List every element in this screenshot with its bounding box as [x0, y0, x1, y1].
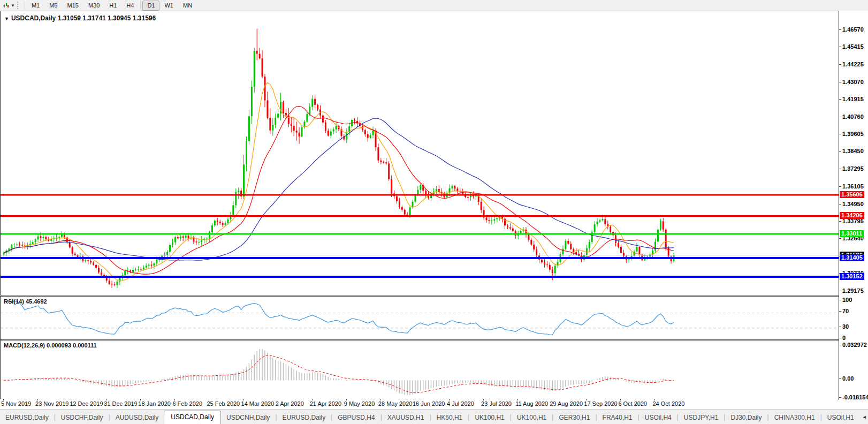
- candle: [481, 202, 482, 210]
- collapse-triangle-icon[interactable]: ▼: [4, 16, 9, 21]
- candle: [87, 260, 89, 261]
- symbol-tab-audusd-daily[interactable]: AUDUSD,Daily: [110, 412, 164, 423]
- candle: [330, 132, 332, 136]
- candle: [111, 284, 113, 284]
- date-label: 25 Feb 2020: [207, 400, 240, 407]
- trading-terminal-window: ▼ M1M5M15M30H1H4D1W1MN ▼USDCAD,Daily 1.3…: [0, 0, 868, 424]
- candle: [138, 269, 139, 270]
- symbol-tab-xauusd-h1[interactable]: XAUUSD,H1: [382, 412, 430, 423]
- chart-tool-caret-icon[interactable]: ▼: [11, 3, 15, 8]
- macd-signal-line: [4, 355, 674, 393]
- timeframe-button-h1[interactable]: H1: [104, 1, 121, 11]
- candle: [309, 107, 310, 114]
- date-label: 24 Oct 2020: [652, 400, 684, 407]
- candle: [391, 179, 392, 194]
- candle: [311, 99, 313, 107]
- timeframe-button-mn[interactable]: MN: [178, 1, 197, 11]
- timeframe-button-h4[interactable]: H4: [121, 1, 139, 11]
- timeframe-button-m5[interactable]: M5: [44, 1, 62, 11]
- symbol-tab-china300-h1[interactable]: CHINA300,H1: [769, 412, 820, 423]
- symbol-tab-ger30-h1[interactable]: GER30,H1: [553, 412, 595, 423]
- candle: [251, 87, 253, 116]
- symbol-tab-usdcnh-daily[interactable]: USDCNH,Daily: [221, 412, 275, 423]
- candle: [232, 205, 234, 215]
- candle: [528, 234, 529, 240]
- candle: [124, 271, 126, 275]
- date-label: 28 May 2020: [378, 400, 413, 407]
- candle: [222, 223, 224, 225]
- candle: [243, 164, 245, 196]
- symbol-tab-eurusd-daily[interactable]: EURUSD,Daily: [277, 412, 331, 423]
- candle: [380, 161, 382, 162]
- candle: [383, 162, 384, 163]
- timeframe-button-d1[interactable]: D1: [142, 1, 159, 11]
- candlestick-chart-canvas[interactable]: [1, 11, 839, 295]
- candle: [166, 252, 168, 255]
- candle: [333, 130, 334, 132]
- date-axis[interactable]: 5 Nov 201923 Nov 201912 Dec 201931 Dec 2…: [0, 399, 839, 409]
- symbol-tab-uk100-h1[interactable]: UK100,H1: [512, 412, 552, 423]
- rsi-indicator-label: RSI(14) 45.4692: [4, 298, 47, 305]
- candle: [414, 195, 416, 202]
- price-axis[interactable]: 1.465701.454151.442251.430701.419151.407…: [839, 11, 868, 399]
- candle: [185, 236, 187, 238]
- candle: [546, 264, 548, 265]
- candle: [362, 126, 363, 130]
- tab-scroll-left-icon[interactable]: ◄: [862, 414, 867, 420]
- symbol-tab-usoil-h1[interactable]: USOil,H1: [822, 412, 858, 423]
- candle: [293, 126, 295, 131]
- candle: [140, 269, 142, 270]
- price-badge-1.30152: 1.30152: [840, 273, 864, 280]
- macd-indicator-label: MACD(12,26,9) 0.000093 0.000111: [4, 342, 97, 349]
- symbol-tab-fra40-h1[interactable]: FRA40,H1: [597, 412, 638, 423]
- toolbar-drag-handle[interactable]: [17, 2, 21, 9]
- ma-50-line: [4, 118, 674, 260]
- candle: [116, 282, 118, 285]
- symbol-tab-eurusd-daily[interactable]: EURUSD,Daily: [0, 412, 54, 423]
- candle: [214, 221, 216, 225]
- candle: [235, 192, 237, 206]
- candle: [45, 237, 47, 239]
- symbol-tab-hk50-h1[interactable]: HK50,H1: [431, 412, 468, 423]
- main-chart-pane[interactable]: ▼USDCAD,Daily 1.31059 1.31741 1.30945 1.…: [0, 11, 839, 295]
- candle: [404, 210, 406, 215]
- candle: [451, 186, 453, 188]
- toolbar-separator: [25, 1, 25, 10]
- rsi-line: [6, 301, 674, 335]
- symbol-tab-gbpusd-h4[interactable]: GBPUSD,H4: [332, 412, 380, 423]
- date-label: 6 Feb 2020: [172, 400, 202, 407]
- timeframe-button-m1[interactable]: M1: [27, 1, 44, 11]
- candle: [454, 186, 455, 188]
- symbol-tab-usdcad-daily[interactable]: USDCAD,Daily: [164, 411, 221, 424]
- chart-cursor-tool-icon[interactable]: ▼: [2, 2, 15, 9]
- symbol-tab-usoil-h4[interactable]: USOil,H4: [639, 412, 677, 423]
- candle: [153, 263, 155, 266]
- timeframe-button-w1[interactable]: W1: [159, 1, 178, 11]
- candle: [638, 247, 640, 254]
- candle: [562, 249, 564, 254]
- candle: [372, 131, 374, 135]
- date-label: 29 Aug 2020: [550, 400, 583, 407]
- candle: [256, 51, 258, 54]
- timeframe-button-m30[interactable]: M30: [83, 1, 104, 11]
- rsi-tick-30: 30: [842, 323, 849, 330]
- price-tick-1.38450: 1.38450: [842, 148, 864, 154]
- rsi-pane[interactable]: RSI(14) 45.4692: [0, 296, 839, 339]
- candle: [262, 58, 263, 77]
- candle: [201, 240, 202, 242]
- candle: [367, 134, 369, 138]
- symbol-tab-uk100-h1[interactable]: UK100,H1: [469, 412, 509, 423]
- candle: [438, 189, 440, 192]
- macd-pane[interactable]: MACD(12,26,9) 0.000093 0.000111: [0, 339, 839, 400]
- timeframe-button-m15[interactable]: M15: [62, 1, 83, 11]
- candle: [177, 237, 179, 239]
- candle: [377, 147, 379, 161]
- candle: [388, 163, 390, 179]
- candle: [467, 197, 469, 198]
- price-tick-1.43070: 1.43070: [842, 79, 864, 85]
- candle: [544, 262, 545, 264]
- symbol-tab-usdjpy-h1[interactable]: USDJPY,H1: [679, 412, 724, 423]
- symbol-tab-dj30-daily[interactable]: DJ30,Daily: [725, 412, 767, 423]
- symbol-tab-usdchf-daily[interactable]: USDCHF,Daily: [56, 412, 109, 423]
- candle-cursor-icon: [2, 2, 9, 9]
